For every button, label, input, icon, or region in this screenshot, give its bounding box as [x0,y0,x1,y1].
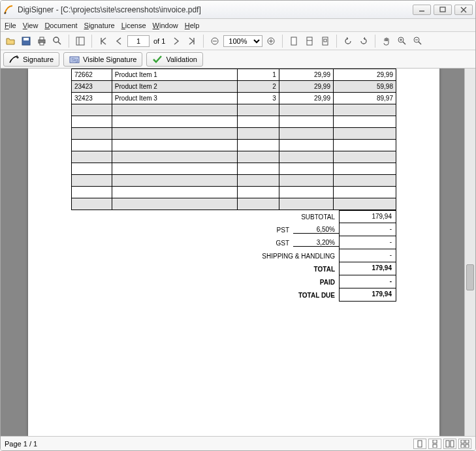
zoom-tool-in-button[interactable] [395,34,409,48]
menu-file[interactable]: File [5,22,16,29]
last-page-button[interactable] [185,34,199,48]
gst-value: - [339,236,396,249]
view-single-button[interactable] [413,439,426,449]
window-title: DigiSigner - [C:\projects\site\screensho… [18,5,413,14]
svg-rect-7 [40,37,44,40]
table-row: 32423Product Item 3 329,9989,97 [72,93,396,104]
rotate-left-button[interactable] [341,34,355,48]
svg-rect-18 [291,37,296,45]
validation-button[interactable]: Validation [146,52,203,67]
invoice-table: 72662 Product Item 1 1 29,99 29,99 23423… [71,69,396,210]
scrollbar-thumb[interactable] [466,264,474,290]
pdf-page: 72662 Product Item 1 1 29,99 29,99 23423… [28,69,439,436]
svg-rect-21 [323,37,328,45]
zoom-in-button[interactable] [264,34,278,48]
minimize-button[interactable] [413,5,431,15]
checkmark-icon [152,55,163,64]
svg-rect-19 [307,37,312,45]
menu-signature[interactable]: Signature [84,22,115,29]
subtotal-value: 179,94 [339,210,396,223]
signature-label: Signature [23,55,54,63]
view-continuous-button[interactable] [428,439,441,449]
app-icon [3,5,14,15]
zoom-select[interactable]: 100% [223,35,262,47]
svg-rect-35 [446,441,449,447]
prev-page-button[interactable] [112,34,126,48]
svg-rect-5 [24,38,29,40]
view-facing-button[interactable] [443,439,456,449]
titlebar: DigiSigner - [C:\projects\site\screensho… [1,1,475,19]
rotate-right-button[interactable] [357,34,371,48]
svg-rect-11 [76,37,84,45]
zoom-tool-out-button[interactable] [411,34,425,48]
table-row: 23423Product Item 2 229,9959,98 [72,81,396,93]
gst-pct: 3,20% [293,239,339,247]
table-row: 72662 Product Item 1 1 29,99 29,99 [72,69,396,81]
menu-license[interactable]: License [121,22,146,29]
shipping-label: SHIPPING & HANDLING [262,253,339,260]
menu-document[interactable]: Document [44,22,77,29]
fit-page-button[interactable] [287,34,301,48]
menu-window[interactable]: Window [153,22,178,29]
menu-view[interactable]: View [23,22,39,29]
workspace: 72662 Product Item 1 1 29,99 29,99 23423… [1,69,475,436]
statusbar: Page 1 / 1 [1,436,475,450]
pst-pct: 6,50% [293,226,339,234]
subtotal-label: SUBTOTAL [301,213,339,221]
validation-label: Validation [166,55,197,63]
due-label: TOTAL DUE [298,292,339,299]
total-value: 179,94 [339,262,396,275]
svg-line-26 [403,42,405,44]
svg-rect-39 [461,444,464,448]
invoice-summary: SUBTOTAL179,94 PST6,50%- GST3,20%- SHIPP… [71,210,396,302]
vertical-scrollbar[interactable] [464,69,475,436]
svg-rect-32 [418,441,422,447]
pst-value: - [339,223,396,236]
gst-label: GST [276,240,293,247]
page-indicator: Page 1 / 1 [5,440,37,448]
document-viewport[interactable]: 72662 Product Item 1 1 29,99 29,99 23423… [1,69,464,436]
paid-value: - [339,275,396,288]
maximize-button[interactable] [434,5,452,15]
menubar: File View Document Signature License Win… [1,19,475,32]
page-count-label: of 1 [151,37,168,45]
shipping-value: - [339,249,396,262]
svg-rect-34 [433,444,437,448]
svg-point-9 [54,37,59,42]
sidebar-toggle-button[interactable] [73,34,87,48]
svg-text:Sig: Sig [71,57,78,63]
signature-toolbar: Signature Sig Visible Signature Validati… [1,50,475,69]
open-button[interactable] [3,34,18,48]
pst-label: PST [277,226,293,234]
page-number-input[interactable] [127,35,150,47]
due-value: 179,94 [339,288,396,302]
svg-rect-40 [466,444,469,448]
print-button[interactable] [35,34,49,48]
svg-rect-33 [433,440,437,443]
search-button[interactable] [50,34,65,48]
visible-signature-icon: Sig [69,55,80,64]
visible-signature-button[interactable]: Sig Visible Signature [63,52,142,67]
signature-button[interactable]: Signature [3,52,59,67]
next-page-button[interactable] [169,34,183,48]
svg-rect-36 [451,441,454,447]
svg-line-10 [58,42,61,44]
hand-tool-button[interactable] [379,34,394,48]
fit-width-button[interactable] [302,34,317,48]
pen-icon [9,55,20,64]
svg-rect-1 [440,7,445,12]
svg-rect-37 [461,440,464,443]
visible-signature-label: Visible Signature [83,55,136,63]
view-facing-continuous-button[interactable] [458,439,471,449]
paid-label: PAID [320,279,339,286]
actual-size-button[interactable] [318,34,332,48]
first-page-button[interactable] [96,34,110,48]
zoom-out-button[interactable] [208,34,222,48]
main-toolbar: of 1 100% [1,32,475,50]
total-label: TOTAL [314,266,339,273]
svg-rect-38 [466,440,469,443]
close-button[interactable] [454,5,473,15]
save-button[interactable] [19,34,33,48]
svg-line-29 [419,42,421,44]
menu-help[interactable]: Help [185,22,200,29]
